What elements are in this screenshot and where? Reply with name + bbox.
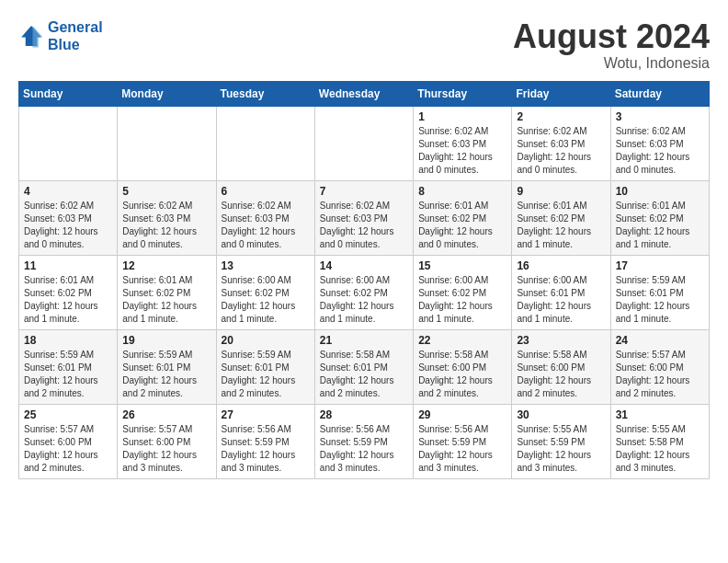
calendar-week-1: 1Sunrise: 6:02 AM Sunset: 6:03 PM Daylig… bbox=[19, 106, 710, 180]
day-info: Sunrise: 6:02 AM Sunset: 6:03 PM Dayligh… bbox=[616, 125, 704, 177]
day-info: Sunrise: 6:01 AM Sunset: 6:02 PM Dayligh… bbox=[24, 274, 112, 326]
day-info: Sunrise: 5:56 AM Sunset: 5:59 PM Dayligh… bbox=[320, 423, 408, 475]
calendar-cell: 22Sunrise: 5:58 AM Sunset: 6:00 PM Dayli… bbox=[414, 329, 512, 404]
calendar-week-5: 25Sunrise: 5:57 AM Sunset: 6:00 PM Dayli… bbox=[19, 404, 710, 478]
calendar-cell: 14Sunrise: 6:00 AM Sunset: 6:02 PM Dayli… bbox=[314, 255, 413, 329]
day-info: Sunrise: 5:58 AM Sunset: 6:00 PM Dayligh… bbox=[517, 349, 605, 400]
day-number: 15 bbox=[418, 259, 506, 272]
calendar-cell: 2Sunrise: 6:02 AM Sunset: 6:03 PM Daylig… bbox=[512, 106, 610, 180]
day-number: 8 bbox=[418, 185, 506, 198]
day-number: 9 bbox=[517, 185, 605, 198]
calendar-cell bbox=[314, 106, 413, 180]
calendar-cell: 24Sunrise: 5:57 AM Sunset: 6:00 PM Dayli… bbox=[610, 329, 709, 404]
calendar-cell: 26Sunrise: 5:57 AM Sunset: 6:00 PM Dayli… bbox=[118, 404, 216, 478]
calendar-cell: 3Sunrise: 6:02 AM Sunset: 6:03 PM Daylig… bbox=[610, 106, 709, 180]
day-number: 11 bbox=[24, 259, 112, 272]
day-info: Sunrise: 5:57 AM Sunset: 6:00 PM Dayligh… bbox=[122, 423, 210, 475]
day-info: Sunrise: 6:00 AM Sunset: 6:02 PM Dayligh… bbox=[222, 274, 310, 326]
day-number: 16 bbox=[517, 259, 605, 272]
calendar-cell: 15Sunrise: 6:00 AM Sunset: 6:02 PM Dayli… bbox=[414, 255, 512, 329]
day-info: Sunrise: 6:00 AM Sunset: 6:02 PM Dayligh… bbox=[418, 274, 506, 326]
day-info: Sunrise: 5:57 AM Sunset: 6:00 PM Dayligh… bbox=[616, 349, 704, 400]
calendar-cell: 20Sunrise: 5:59 AM Sunset: 6:01 PM Dayli… bbox=[216, 329, 314, 404]
day-info: Sunrise: 6:00 AM Sunset: 6:02 PM Dayligh… bbox=[320, 274, 408, 326]
month-year-title: August 2024 bbox=[513, 18, 710, 55]
day-number: 13 bbox=[222, 259, 310, 272]
day-info: Sunrise: 5:55 AM Sunset: 5:58 PM Dayligh… bbox=[616, 423, 704, 475]
day-info: Sunrise: 5:56 AM Sunset: 5:59 PM Dayligh… bbox=[418, 423, 506, 475]
calendar-cell: 13Sunrise: 6:00 AM Sunset: 6:02 PM Dayli… bbox=[216, 255, 314, 329]
day-info: Sunrise: 5:59 AM Sunset: 6:01 PM Dayligh… bbox=[122, 349, 210, 400]
calendar-cell: 28Sunrise: 5:56 AM Sunset: 5:59 PM Dayli… bbox=[314, 404, 413, 478]
day-number: 12 bbox=[122, 259, 210, 272]
calendar-cell: 7Sunrise: 6:02 AM Sunset: 6:03 PM Daylig… bbox=[314, 180, 413, 255]
day-info: Sunrise: 5:59 AM Sunset: 6:01 PM Dayligh… bbox=[222, 349, 310, 400]
logo: General Blue bbox=[18, 18, 103, 53]
day-number: 24 bbox=[616, 334, 704, 347]
calendar-cell: 4Sunrise: 6:02 AM Sunset: 6:03 PM Daylig… bbox=[19, 180, 118, 255]
day-info: Sunrise: 6:00 AM Sunset: 6:01 PM Dayligh… bbox=[517, 274, 605, 326]
calendar-week-4: 18Sunrise: 5:59 AM Sunset: 6:01 PM Dayli… bbox=[19, 329, 710, 404]
weekday-header-saturday: Saturday bbox=[610, 81, 709, 106]
weekday-header-row: SundayMondayTuesdayWednesdayThursdayFrid… bbox=[19, 81, 710, 106]
day-number: 5 bbox=[122, 185, 210, 198]
day-info: Sunrise: 5:56 AM Sunset: 5:59 PM Dayligh… bbox=[222, 423, 310, 475]
day-number: 21 bbox=[320, 334, 408, 347]
day-info: Sunrise: 6:02 AM Sunset: 6:03 PM Dayligh… bbox=[122, 200, 210, 251]
calendar-cell: 31Sunrise: 5:55 AM Sunset: 5:58 PM Dayli… bbox=[610, 404, 709, 478]
day-number: 20 bbox=[222, 334, 310, 347]
day-number: 7 bbox=[320, 185, 408, 198]
location-subtitle: Wotu, Indonesia bbox=[513, 55, 710, 72]
day-info: Sunrise: 6:01 AM Sunset: 6:02 PM Dayligh… bbox=[122, 274, 210, 326]
day-number: 17 bbox=[616, 259, 704, 272]
calendar-cell: 8Sunrise: 6:01 AM Sunset: 6:02 PM Daylig… bbox=[414, 180, 512, 255]
calendar-cell: 30Sunrise: 5:55 AM Sunset: 5:59 PM Dayli… bbox=[512, 404, 610, 478]
day-number: 19 bbox=[122, 334, 210, 347]
calendar-cell: 19Sunrise: 5:59 AM Sunset: 6:01 PM Dayli… bbox=[118, 329, 216, 404]
weekday-header-wednesday: Wednesday bbox=[314, 81, 413, 106]
day-number: 22 bbox=[418, 334, 506, 347]
title-block: August 2024 Wotu, Indonesia bbox=[513, 18, 710, 72]
day-info: Sunrise: 6:01 AM Sunset: 6:02 PM Dayligh… bbox=[616, 200, 704, 251]
weekday-header-tuesday: Tuesday bbox=[216, 81, 314, 106]
calendar-cell: 23Sunrise: 5:58 AM Sunset: 6:00 PM Dayli… bbox=[512, 329, 610, 404]
day-info: Sunrise: 5:55 AM Sunset: 5:59 PM Dayligh… bbox=[517, 423, 605, 475]
calendar-week-3: 11Sunrise: 6:01 AM Sunset: 6:02 PM Dayli… bbox=[19, 255, 710, 329]
day-number: 25 bbox=[24, 408, 112, 421]
day-number: 30 bbox=[517, 408, 605, 421]
day-info: Sunrise: 6:02 AM Sunset: 6:03 PM Dayligh… bbox=[418, 125, 506, 177]
calendar-cell bbox=[19, 106, 118, 180]
day-info: Sunrise: 6:01 AM Sunset: 6:02 PM Dayligh… bbox=[418, 200, 506, 251]
day-number: 10 bbox=[616, 185, 704, 198]
day-info: Sunrise: 6:02 AM Sunset: 6:03 PM Dayligh… bbox=[320, 200, 408, 251]
logo-icon bbox=[18, 23, 44, 49]
calendar-cell: 16Sunrise: 6:00 AM Sunset: 6:01 PM Dayli… bbox=[512, 255, 610, 329]
calendar-cell: 10Sunrise: 6:01 AM Sunset: 6:02 PM Dayli… bbox=[610, 180, 709, 255]
day-number: 18 bbox=[24, 334, 112, 347]
day-number: 3 bbox=[616, 110, 704, 123]
weekday-header-sunday: Sunday bbox=[19, 81, 118, 106]
calendar-cell: 18Sunrise: 5:59 AM Sunset: 6:01 PM Dayli… bbox=[19, 329, 118, 404]
day-info: Sunrise: 6:02 AM Sunset: 6:03 PM Dayligh… bbox=[24, 200, 112, 251]
day-number: 6 bbox=[222, 185, 310, 198]
day-info: Sunrise: 5:58 AM Sunset: 6:01 PM Dayligh… bbox=[320, 349, 408, 400]
calendar-cell: 1Sunrise: 6:02 AM Sunset: 6:03 PM Daylig… bbox=[414, 106, 512, 180]
day-number: 26 bbox=[122, 408, 210, 421]
logo-text: General Blue bbox=[48, 18, 103, 53]
day-info: Sunrise: 6:02 AM Sunset: 6:03 PM Dayligh… bbox=[517, 125, 605, 177]
day-info: Sunrise: 5:57 AM Sunset: 6:00 PM Dayligh… bbox=[24, 423, 112, 475]
day-number: 4 bbox=[24, 185, 112, 198]
calendar-cell: 17Sunrise: 5:59 AM Sunset: 6:01 PM Dayli… bbox=[610, 255, 709, 329]
day-number: 27 bbox=[222, 408, 310, 421]
day-number: 14 bbox=[320, 259, 408, 272]
weekday-header-monday: Monday bbox=[118, 81, 216, 106]
weekday-header-friday: Friday bbox=[512, 81, 610, 106]
calendar-cell: 27Sunrise: 5:56 AM Sunset: 5:59 PM Dayli… bbox=[216, 404, 314, 478]
day-number: 29 bbox=[418, 408, 506, 421]
day-number: 1 bbox=[418, 110, 506, 123]
calendar-cell: 11Sunrise: 6:01 AM Sunset: 6:02 PM Dayli… bbox=[19, 255, 118, 329]
day-info: Sunrise: 6:02 AM Sunset: 6:03 PM Dayligh… bbox=[222, 200, 310, 251]
day-info: Sunrise: 5:59 AM Sunset: 6:01 PM Dayligh… bbox=[24, 349, 112, 400]
day-number: 28 bbox=[320, 408, 408, 421]
calendar-week-2: 4Sunrise: 6:02 AM Sunset: 6:03 PM Daylig… bbox=[19, 180, 710, 255]
